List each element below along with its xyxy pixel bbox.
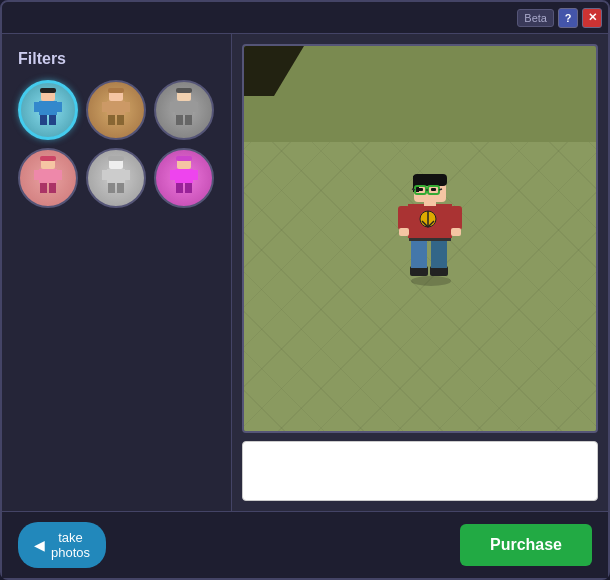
take-photos-button[interactable]: takephotos [18,522,106,568]
svg-rect-16 [175,101,193,115]
svg-rect-29 [108,156,124,161]
svg-rect-11 [117,115,124,125]
svg-line-64 [412,189,415,190]
take-photos-label: takephotos [51,530,90,560]
svg-rect-54 [450,206,462,230]
svg-rect-36 [176,156,192,161]
svg-rect-4 [49,115,56,125]
svg-rect-56 [451,228,461,236]
svg-rect-24 [40,183,47,193]
svg-rect-1 [40,88,56,93]
main-window: Beta ? ✕ Filters [0,0,610,580]
svg-rect-46 [431,238,447,268]
svg-rect-22 [40,156,56,161]
right-panel [232,34,608,511]
content-area: Filters [2,34,608,511]
svg-rect-38 [176,183,183,193]
svg-rect-31 [108,183,115,193]
svg-rect-13 [125,102,130,112]
close-button[interactable]: ✕ [582,8,602,28]
svg-rect-8 [108,88,124,93]
svg-rect-6 [57,102,62,112]
filter-item-tan[interactable] [86,80,146,140]
svg-rect-5 [34,102,39,112]
svg-rect-12 [102,102,107,112]
svg-rect-34 [125,170,130,180]
title-bar: Beta ? ✕ [2,2,608,34]
character-preview [396,166,476,296]
filter-item-gray[interactable] [154,80,214,140]
filter-item-pink[interactable] [18,148,78,208]
svg-rect-18 [185,115,192,125]
svg-rect-37 [175,169,193,183]
svg-rect-2 [39,101,57,115]
svg-rect-55 [399,228,409,236]
svg-rect-10 [108,115,115,125]
description-text-box[interactable] [242,441,598,501]
svg-rect-66 [418,188,423,191]
filter-grid [18,80,215,208]
svg-rect-9 [107,101,125,115]
preview-area [242,44,598,433]
svg-point-42 [411,276,451,286]
filters-label: Filters [18,50,215,68]
svg-rect-25 [49,183,56,193]
left-panel: Filters [2,34,232,511]
svg-rect-53 [398,206,410,230]
svg-rect-20 [193,102,198,112]
filter-item-silver[interactable] [86,148,146,208]
bottom-bar: takephotos Purchase [2,511,608,578]
filter-item-cyan[interactable] [18,80,78,140]
svg-rect-27 [57,170,62,180]
svg-line-65 [439,189,442,190]
svg-rect-33 [102,170,107,180]
svg-rect-30 [107,169,125,183]
svg-rect-39 [185,183,192,193]
svg-rect-45 [411,238,427,268]
svg-rect-67 [431,188,436,191]
svg-rect-41 [193,170,198,180]
dark-corner [244,46,304,96]
svg-rect-17 [176,115,183,125]
svg-rect-26 [34,170,39,180]
svg-rect-32 [117,183,124,193]
svg-rect-15 [176,88,192,93]
svg-rect-19 [170,102,175,112]
svg-rect-3 [40,115,47,125]
help-button[interactable]: ? [558,8,578,28]
filter-item-magenta[interactable] [154,148,214,208]
beta-badge: Beta [517,9,554,27]
svg-rect-40 [170,170,175,180]
purchase-button[interactable]: Purchase [460,524,592,566]
svg-rect-23 [39,169,57,183]
